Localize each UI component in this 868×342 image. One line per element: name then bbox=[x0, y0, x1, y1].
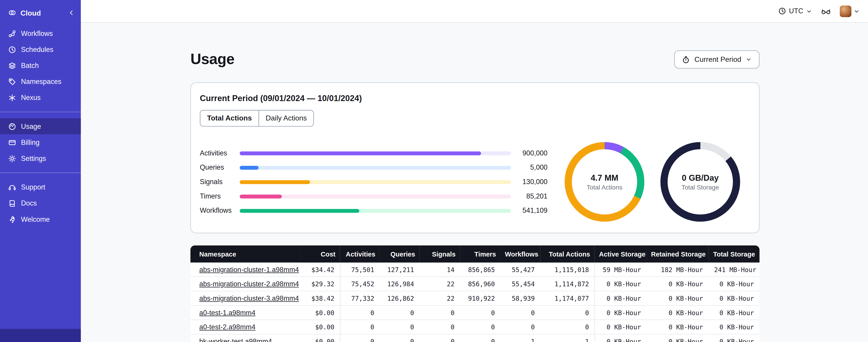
value-cell: 0 bbox=[460, 320, 500, 335]
table-row: abs-migration-cluster-2.a98mm4$29.3275,4… bbox=[190, 277, 760, 292]
namespace-cell: a0-test-1.a98mm4 bbox=[190, 306, 301, 320]
value-cell: 856,865 bbox=[460, 263, 500, 277]
sidebar-item-label: Batch bbox=[21, 62, 39, 69]
donut-label: Total Actions bbox=[587, 184, 622, 191]
bar-track bbox=[240, 194, 511, 198]
value-cell: $38.42 bbox=[301, 291, 340, 306]
bar-label: Activities bbox=[200, 149, 240, 157]
value-cell: 0 bbox=[340, 306, 379, 320]
donut-value: 4.7 MM bbox=[591, 173, 618, 182]
sidebar-item-nexus[interactable]: Nexus bbox=[0, 90, 81, 106]
page-header: Usage Current Period bbox=[190, 50, 760, 69]
value-cell: 1,114,872 bbox=[540, 277, 594, 292]
sidebar-item-schedules[interactable]: Schedules bbox=[0, 41, 81, 58]
value-cell: 0 KB-Hour bbox=[595, 277, 647, 292]
sidebar-item-namespaces[interactable]: Namespaces bbox=[0, 73, 81, 90]
total-actions-donut: 4.7 MM Total Actions bbox=[565, 142, 644, 222]
value-cell: 55,427 bbox=[500, 263, 540, 277]
value-cell: 126,862 bbox=[380, 291, 420, 306]
table-row: abs-migration-cluster-3.a98mm4$38.4277,3… bbox=[190, 291, 760, 306]
glasses-button[interactable] bbox=[821, 7, 831, 15]
period-selector-label: Current Period bbox=[694, 55, 741, 64]
value-cell: 0 KB-Hour bbox=[647, 306, 709, 320]
column-header-activities: Activities bbox=[340, 245, 379, 263]
chevron-left-icon bbox=[67, 9, 75, 16]
namespace-link[interactable]: a0-test-2.a98mm4 bbox=[199, 323, 255, 331]
namespace-link[interactable]: abs-migration-cluster-2.a98mm4 bbox=[199, 280, 299, 287]
timer-icon bbox=[682, 56, 690, 63]
value-cell: 856,960 bbox=[460, 277, 500, 292]
account-menu[interactable] bbox=[840, 5, 860, 17]
sidebar-collapse-button[interactable] bbox=[67, 9, 75, 16]
glasses-icon bbox=[821, 7, 831, 15]
sidebar-nav-help: SupportDocsWelcome bbox=[0, 179, 81, 227]
bar-label: Queries bbox=[200, 164, 240, 171]
sidebar-item-docs[interactable]: Docs bbox=[0, 195, 81, 211]
column-header-total-actions: Total Actions bbox=[540, 245, 594, 263]
value-cell: 0 bbox=[420, 306, 460, 320]
sidebar: Cloud WorkflowsSchedulesBatchNamespacesN… bbox=[0, 0, 81, 342]
sidebar-item-billing[interactable]: Billing bbox=[0, 134, 81, 150]
bar-row-activities: Activities900,000 bbox=[200, 146, 548, 161]
value-cell: 0 bbox=[380, 306, 420, 320]
sidebar-item-batch[interactable]: Batch bbox=[0, 58, 81, 73]
bar-track bbox=[240, 180, 511, 184]
namespace-link[interactable]: abs-migration-cluster-1.a98mm4 bbox=[199, 266, 299, 273]
card-title: Current Period (09/01/2024 — 10/01/2024) bbox=[200, 93, 750, 103]
tab-daily-actions[interactable]: Daily Actions bbox=[258, 110, 314, 126]
value-cell: 1,174,077 bbox=[540, 291, 594, 306]
value-cell: 0 KB-Hour bbox=[709, 291, 759, 306]
bar-value: 5,000 bbox=[511, 164, 548, 171]
total-actions-center: 4.7 MM Total Actions bbox=[572, 149, 637, 214]
docs-icon bbox=[8, 199, 16, 207]
value-cell: 55,454 bbox=[500, 277, 540, 292]
sidebar-item-usage[interactable]: Usage bbox=[0, 118, 81, 134]
value-cell: 910,922 bbox=[460, 291, 500, 306]
bar-row-signals: Signals130,000 bbox=[200, 175, 548, 189]
tab-total-actions[interactable]: Total Actions bbox=[200, 110, 258, 126]
value-cell: 0 bbox=[460, 306, 500, 320]
value-cell: 126,984 bbox=[380, 277, 420, 292]
sidebar-item-settings[interactable]: Settings bbox=[0, 150, 81, 166]
value-cell: 0 KB-Hour bbox=[709, 306, 759, 320]
namespace-cell: abs-migration-cluster-1.a98mm4 bbox=[190, 263, 301, 277]
column-header-signals: Signals bbox=[420, 245, 460, 263]
namespace-link[interactable]: a0-test-1.a98mm4 bbox=[199, 309, 255, 316]
value-cell: $34.42 bbox=[301, 263, 340, 277]
value-cell: 75,452 bbox=[340, 277, 379, 292]
value-cell: 0 KB-Hour bbox=[709, 320, 759, 335]
namespace-usage-table: NamespaceCostActivitiesQueriesSignalsTim… bbox=[190, 245, 760, 342]
column-header-timers: Timers bbox=[460, 245, 500, 263]
bar-value: 900,000 bbox=[511, 149, 548, 157]
value-cell: 0 KB-Hour bbox=[595, 334, 647, 342]
bar-fill bbox=[240, 151, 481, 155]
value-cell: 0 KB-Hour bbox=[647, 320, 709, 335]
main-content: Usage Current Period Current Period (09/… bbox=[81, 23, 868, 342]
namespace-link[interactable]: abs-migration-cluster-3.a98mm4 bbox=[199, 295, 299, 302]
value-cell: 22 bbox=[420, 277, 460, 292]
sidebar-item-label: Settings bbox=[21, 155, 46, 162]
sidebar-item-workflows[interactable]: Workflows bbox=[0, 26, 81, 41]
chevron-down-icon bbox=[746, 57, 752, 63]
namespace-cell: abs-migration-cluster-3.a98mm4 bbox=[190, 291, 301, 306]
column-header-total-storage: Total Storage bbox=[709, 245, 759, 263]
value-cell: 0 bbox=[540, 320, 594, 335]
namespace-cell: abs-migration-cluster-2.a98mm4 bbox=[190, 277, 301, 292]
value-cell: 241 MB-Hour bbox=[709, 263, 759, 277]
value-cell: 0 KB-Hour bbox=[595, 320, 647, 335]
bar-value: 85,201 bbox=[511, 193, 548, 200]
value-cell: $0.00 bbox=[301, 320, 340, 335]
namespace-link[interactable]: bk-worker-test.a98mm4 bbox=[199, 338, 272, 342]
sidebar-item-support[interactable]: Support bbox=[0, 179, 81, 195]
column-header-namespace: Namespace bbox=[190, 245, 301, 263]
value-cell: 0 KB-Hour bbox=[647, 277, 709, 292]
column-header-queries: Queries bbox=[380, 245, 420, 263]
period-selector-button[interactable]: Current Period bbox=[675, 50, 760, 69]
table-header-row: NamespaceCostActivitiesQueriesSignalsTim… bbox=[190, 245, 760, 263]
sidebar-item-welcome[interactable]: Welcome bbox=[0, 211, 81, 227]
namespaces-icon bbox=[8, 78, 16, 85]
timezone-selector[interactable]: UTC bbox=[778, 7, 812, 15]
bar-track bbox=[240, 209, 511, 212]
sidebar-item-label: Usage bbox=[21, 123, 41, 130]
column-header-active-storage: Active Storage bbox=[595, 245, 647, 263]
